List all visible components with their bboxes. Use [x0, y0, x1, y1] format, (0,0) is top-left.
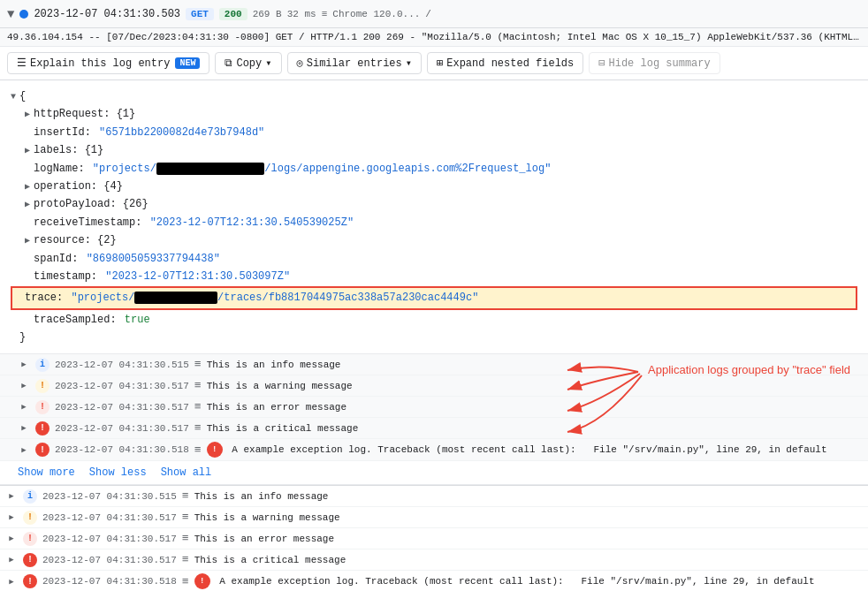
http-request-arrow[interactable]: ▶ [25, 107, 30, 122]
severity-critical-icon: ! [23, 553, 37, 567]
log-message: This is an info message [194, 491, 863, 502]
http-status-badge: 200 [219, 8, 247, 20]
grouped-log-entry: ▶ i 2023-12-07 04:31:30.515 ≡ This is an… [0, 354, 868, 375]
explain-log-button[interactable]: ☰ Explain this log entry NEW [7, 52, 209, 74]
grouped-log-entries: ▶ i 2023-12-07 04:31:30.515 ≡ This is an… [0, 354, 868, 461]
log-entry: ▶ ! 2023-12-07 04:31:30.517 ≡ This is a … [0, 507, 868, 528]
similar-icon: ◎ [297, 57, 303, 70]
filter-icon[interactable]: ≡ [182, 575, 189, 588]
filter-icon[interactable]: ≡ [194, 358, 202, 371]
expand-nested-button[interactable]: ⊞ Expand nested fields [427, 52, 583, 74]
filter-icon[interactable]: ≡ [194, 421, 202, 435]
entry-expand[interactable]: ▶ [18, 443, 30, 456]
similar-label: Similar entries [307, 57, 402, 70]
explain-icon: ☰ [17, 57, 27, 70]
filter-icon[interactable]: ≡ [182, 532, 189, 545]
filter-icon[interactable]: ≡ [182, 553, 189, 566]
log-timestamp: 2023-12-07 04:31:30.517 [55, 381, 189, 391]
entry-expand[interactable]: ▶ [18, 380, 30, 392]
log-message: This is a warning message [207, 381, 863, 391]
json-http-request: ▶ httpRequest: {1} [25, 105, 857, 123]
log-message: This is a critical message [207, 423, 863, 434]
severity-warning-icon: ! [35, 379, 49, 393]
response-duration: 32 ms [287, 9, 316, 19]
json-viewer: ▼ { ▶ httpRequest: {1} ▶ insertId: "6571… [0, 80, 868, 354]
proto-payload-arrow[interactable]: ▶ [25, 197, 30, 212]
similar-dropdown-icon: ▾ [406, 57, 412, 70]
entry-expand[interactable]: ▶ [5, 511, 18, 524]
log-message: ! A example exception log. Traceback (mo… [207, 442, 863, 458]
new-badge: NEW [175, 57, 200, 69]
json-trace: ▶ trace: "projects/ /traces/fb8817044975… [11, 286, 857, 309]
hide-icon: ⊟ [598, 57, 605, 70]
json-receive-timestamp: ▶ receiveTimestamp: "2023-12-07T12:31:30… [25, 214, 857, 231]
grouped-section: ▶ i 2023-12-07 04:31:30.515 ≡ This is an… [0, 354, 868, 461]
expand-icon: ⊞ [437, 57, 443, 70]
show-controls: Show more Show less Show all [0, 461, 868, 485]
explain-label: Explain this log entry [30, 57, 170, 70]
grouped-log-entry: ▶ ! 2023-12-07 04:31:30.518 ≡ ! A exampl… [0, 439, 868, 461]
log-message: This is an info message [207, 360, 863, 370]
show-all-link[interactable]: Show all [161, 466, 212, 479]
severity-critical-icon: ! [35, 421, 49, 436]
operation-arrow[interactable]: ▶ [25, 179, 30, 194]
resource-arrow[interactable]: ▶ [25, 233, 30, 248]
status-dot [19, 10, 28, 19]
log-timestamp: 2023-12-07 04:31:30.518 [55, 444, 189, 455]
severity-exception-icon: ! [35, 443, 49, 457]
show-less-link[interactable]: Show less [89, 466, 147, 479]
json-brace-close: ▶ } [11, 329, 857, 346]
filter-icon: ≡ [322, 9, 328, 19]
log-timestamp: 2023-12-07 04:31:30.517 [42, 534, 177, 544]
entry-expand[interactable]: ▶ [18, 401, 30, 413]
raw-log-line: 49.36.104.154 -- [07/Dec/2023:04:31:30 -… [0, 28, 868, 47]
entry-expand[interactable]: ▶ [5, 490, 18, 503]
entry-expand[interactable]: ▶ [18, 422, 30, 435]
log-message: ! A example exception log. Traceback (mo… [194, 573, 863, 589]
json-proto-payload: ▶ protoPayload: {26} [25, 195, 857, 213]
grouped-log-entry: ▶ ! 2023-12-07 04:31:30.517 ≡ This is a … [0, 375, 868, 397]
severity-warning-icon: ! [23, 511, 37, 525]
labels-arrow[interactable]: ▶ [25, 143, 30, 158]
top-bar: ▼ 2023-12-07 04:31:30.503 GET 200 269 B … [0, 0, 868, 28]
toolbar: ☰ Explain this log entry NEW ⧉ Copy ▾ ◎ … [0, 47, 868, 80]
browser-info: Chrome 120.0... [332, 9, 420, 19]
url-path: / [425, 9, 431, 19]
json-timestamp: ▶ timestamp: "2023-12-07T12:31:30.503097… [25, 268, 857, 285]
filter-icon[interactable]: ≡ [194, 379, 202, 392]
log-timestamp: 2023-12-07 04:31:30.515 [42, 491, 177, 502]
severity-error-icon: ! [35, 400, 49, 414]
show-more-link[interactable]: Show more [18, 466, 75, 479]
copy-button[interactable]: ⧉ Copy ▾ [215, 52, 281, 74]
filter-icon[interactable]: ≡ [182, 489, 189, 503]
log-timestamp: 2023-12-07 04:31:30.517 [42, 555, 177, 565]
expand-label: Expand nested fields [446, 57, 574, 70]
expand-row-arrow[interactable]: ▼ [7, 7, 14, 21]
entry-expand[interactable]: ▶ [5, 575, 18, 587]
log-message: This is a critical message [194, 555, 863, 565]
json-operation: ▶ operation: {4} [25, 178, 857, 195]
entry-expand[interactable]: ▶ [18, 359, 30, 371]
severity-info-icon: i [35, 358, 49, 372]
filter-icon[interactable]: ≡ [182, 511, 189, 524]
hide-summary-button[interactable]: ⊟ Hide log summary [589, 52, 720, 74]
entry-expand[interactable]: ▶ [5, 533, 18, 545]
grouped-log-entry: ▶ ! 2023-12-07 04:31:30.517 ≡ This is an… [0, 397, 868, 418]
log-entry: ▶ ! 2023-12-07 04:31:30.518 ≡ ! A exampl… [0, 571, 868, 591]
grouped-log-entry: ▶ ! 2023-12-07 04:31:30.517 ≡ This is a … [0, 418, 868, 439]
root-collapse-arrow[interactable]: ▼ [11, 89, 16, 104]
log-message: This is an error message [207, 402, 863, 413]
similar-entries-button[interactable]: ◎ Similar entries ▾ [287, 52, 423, 74]
log-entry: ▶ ! 2023-12-07 04:31:30.517 ≡ This is a … [0, 549, 868, 571]
entry-expand[interactable]: ▶ [5, 554, 18, 566]
hide-label: Hide log summary [609, 57, 711, 70]
log-timestamp: 2023-12-07 04:31:30.517 [42, 512, 177, 523]
json-insert-id: ▶ insertId: "6571bb2200082d4e73b7948d" [25, 124, 857, 141]
exception-badge: ! [194, 573, 210, 589]
entry-timestamp: 2023-12-07 04:31:30.503 [34, 8, 180, 20]
log-timestamp: 2023-12-07 04:31:30.517 [55, 423, 189, 434]
json-resource: ▶ resource: {2} [25, 231, 857, 249]
filter-icon[interactable]: ≡ [194, 400, 202, 413]
filter-icon[interactable]: ≡ [194, 443, 202, 457]
severity-info-icon: i [23, 489, 37, 504]
